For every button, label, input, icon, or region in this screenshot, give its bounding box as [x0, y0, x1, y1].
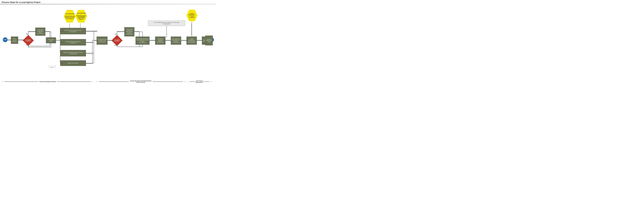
svg-marker-80 — [166, 36, 167, 38]
phase2-left-arrow: ← — [96, 80, 98, 83]
row-clearance-text: Right of Way (ROW) Clearance ProcessSee … — [63, 52, 83, 54]
no-1-label: NO — [26, 44, 28, 46]
diamond-1-text: ConsultantRequired? — [25, 39, 32, 42]
federal-milestone-1: Federal MILESTONE –Top Part of Form 128 … — [64, 10, 76, 22]
lpa-engineering-box[interactable]: LPA procuresEngineeringServicesSee Flowc… — [35, 28, 45, 36]
project-dev-box[interactable]: Project Development ProcessSee Flowchart… — [60, 39, 86, 46]
lpa-initiates-box[interactable]: LPA initiatesproject — [46, 38, 56, 43]
diamond-consultant-2: ConsultantRequired? — [112, 35, 122, 46]
page-title: Process Steps for a Local Agency Project — [0, 0, 216, 4]
concurrence-box[interactable]: Concurrence to AdIssued to LPASee Flowch… — [96, 36, 108, 45]
project-dev-text: Project Development ProcessSee Flowchart… — [66, 41, 80, 44]
env-clearance-text: Environmental Clearance ProcessSee Flowc… — [65, 30, 82, 32]
project-acceptance-box[interactable]: ProjectAcceptance /Finals ProcessSee Flo… — [186, 36, 197, 45]
phase1-label: Project Development Phase — [38, 81, 57, 82]
utility-rr-box[interactable]: Utility / RR Clearance — [60, 60, 86, 66]
diagram-area: START IGAIGA See Flowchart 1 ConsultantR… — [2, 6, 214, 78]
phase1-right-arrow: → — [92, 80, 94, 83]
lpa-letting-box[interactable]: LPA Letting/AdvertisementProcess thru Co… — [136, 36, 150, 45]
lpa-construction-admin-text: LPA procuresConstructionAdministrationSe… — [126, 28, 133, 35]
handoff-box[interactable] — [202, 36, 202, 36]
lpa-award-box[interactable]: LPA award toContractorMobilizationSee Fl… — [155, 36, 166, 45]
cdot-staff-text: CDOT Staff/Specialty Units included in c… — [154, 22, 179, 24]
iga-box: IGAIGA See Flowchart 1 — [11, 36, 18, 44]
lpa-letting-text: LPA Letting/AdvertisementProcess thru Co… — [136, 38, 149, 43]
row-clearance-box[interactable]: Right of Way (ROW) Clearance ProcessSee … — [60, 50, 86, 56]
project-acceptance-text: ProjectAcceptance /Finals ProcessSee Flo… — [188, 38, 196, 43]
svg-marker-53 — [166, 34, 167, 35]
lpa-engineering-text: LPA procuresEngineeringServicesSee Flowc… — [37, 29, 44, 34]
phase1-left-arrow: ← — [2, 80, 4, 83]
diamond-consultant-1: ConsultantRequired? — [23, 35, 34, 46]
video-label-box: Video 0.1 — [49, 66, 56, 69]
diamond-2-text: ConsultantRequired? — [114, 39, 120, 42]
federal-milestone-1-text: Federal MILESTONE –Top Part of Form 128 … — [65, 13, 75, 19]
diagram-svg — [2, 6, 214, 78]
yes-1-label: YES — [26, 34, 28, 35]
federal-milestone-3-text: Federal MILESTONE –Project Acceptance — [188, 13, 196, 18]
phase2-label: Project Management/Administration(Constr… — [129, 80, 153, 83]
lpa-construction-admin-box[interactable]: LPA procuresConstructionAdministrationSe… — [124, 27, 134, 36]
phase2-right-arrow: → — [184, 80, 186, 83]
handoff-entity-text: Handoff toMaintenanceEntity — [206, 39, 212, 42]
lpa-initiates-text: LPA initiatesproject — [48, 39, 54, 42]
federal-milestone-2-text: Federal MILESTONE –Bottom Part of Form 1… — [76, 13, 86, 20]
phase3-right-arrow: → — [210, 80, 212, 83]
federal-milestone-2: Federal MILESTONE –Bottom Part of Form 1… — [75, 10, 87, 22]
federal-milestone-3: Federal MILESTONE –Project Acceptance — [186, 10, 198, 21]
phase3-left-arrow: ← — [187, 80, 189, 83]
start-node: START — [3, 38, 8, 42]
no-2-label: NO — [114, 45, 116, 46]
video-label-text: Video 0.1 — [50, 67, 54, 68]
handoff-entity-box[interactable]: Handoff toMaintenanceEntity — [205, 36, 213, 45]
svg-marker-55 — [191, 34, 192, 35]
svg-marker-71 — [96, 31, 98, 32]
lpa-constr-insp-text: LPA ConstructionAdministration andInspec… — [172, 38, 180, 43]
utility-rr-text: Utility / RR Clearance — [68, 62, 78, 64]
phase-section: ← Project Development Phase → ← Project … — [0, 80, 216, 83]
yes-2-label: YES — [114, 34, 117, 35]
lpa-constr-insp-box[interactable]: LPA ConstructionAdministration andInspec… — [171, 36, 181, 45]
lpa-award-text: LPA award toContractorMobilizationSee Fl… — [157, 38, 164, 43]
iga-text: IGAIGA See Flowchart 1 — [11, 38, 18, 42]
diagram-svg-2 — [2, 6, 214, 78]
start-label: START — [3, 39, 7, 40]
env-clearance-box[interactable]: Environmental Clearance ProcessSee Flowc… — [60, 28, 86, 34]
cdot-staff-box: CDOT Staff/Specialty Units included in c… — [148, 20, 185, 26]
phase3-label: LPA ProjectMaintenance — [195, 80, 204, 83]
concurrence-text: Concurrence to AdIssued to LPASee Flowch… — [98, 39, 107, 43]
